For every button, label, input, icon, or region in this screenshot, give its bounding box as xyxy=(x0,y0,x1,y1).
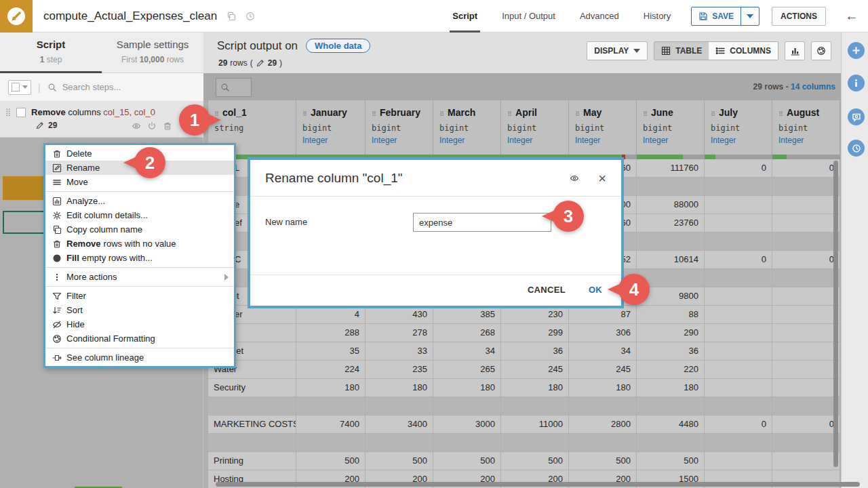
column-header-july[interactable]: ⠿JulybigintInteger xyxy=(705,100,772,155)
table-row[interactable]: Printing500500500500500500 xyxy=(208,452,840,470)
plus-icon[interactable] xyxy=(848,42,865,59)
cell-august xyxy=(772,196,840,214)
column-header-february[interactable]: ⠿FebruarybigintInteger xyxy=(366,100,433,155)
table-row[interactable]: Water224235265245245220 xyxy=(208,361,840,379)
drag-handle-icon[interactable]: ⠿ xyxy=(643,110,648,117)
cell-august xyxy=(772,306,840,324)
ok-button[interactable]: OK xyxy=(589,285,602,295)
table-header-row: ⠿col_1string⠿JanuarybigintInteger⠿Februa… xyxy=(208,100,840,155)
menu-item-hide[interactable]: Hide xyxy=(45,317,234,331)
tab-script[interactable]: Script xyxy=(452,0,477,33)
tab-input-output[interactable]: Input / Output xyxy=(502,0,555,33)
cell-june xyxy=(637,232,705,251)
tab-history[interactable]: History xyxy=(644,0,671,33)
menu-item-analyze[interactable]: Analyze... xyxy=(45,194,234,208)
column-meaning[interactable]: Integer xyxy=(778,136,834,145)
column-meaning[interactable]: Integer xyxy=(439,136,495,145)
power-icon[interactable] xyxy=(147,121,157,131)
left-tab-script[interactable]: Script1 step xyxy=(0,33,102,73)
menu-item-edit-column-details[interactable]: Edit column details... xyxy=(45,208,234,222)
drag-handle-icon[interactable]: ⠿ xyxy=(778,110,783,117)
column-header-march[interactable]: ⠿MarchbigintInteger xyxy=(433,100,501,155)
table-row[interactable]: Internet353334363436 xyxy=(208,342,840,361)
left-tab-sample-settings[interactable]: Sample settingsFirst 10,000 rows xyxy=(102,33,203,73)
table-row[interactable]: 288278268299306290 xyxy=(208,324,840,342)
table-search-box[interactable] xyxy=(216,78,252,97)
step-remove-columns[interactable]: ⣿ Remove columns col_15, col_0 29 xyxy=(0,102,203,138)
menu-item-filter[interactable]: Filter xyxy=(45,289,234,303)
menu-item-remove-rows-with-no-value[interactable]: Removerows with no value xyxy=(45,237,234,251)
menu-item-move[interactable]: Move xyxy=(45,175,234,189)
save-button[interactable]: SAVE xyxy=(692,7,741,25)
column-header-june[interactable]: ⠿JunebigintInteger xyxy=(637,100,705,155)
menu-item-conditional-formatting[interactable]: Conditional Formatting xyxy=(45,331,234,346)
actions-button[interactable]: ACTIONS xyxy=(772,7,826,26)
drag-handle-icon[interactable]: ⠿ xyxy=(372,110,376,117)
cell-august xyxy=(772,379,840,397)
copy-icon[interactable] xyxy=(226,12,236,21)
menu-item-sort[interactable]: Sort xyxy=(45,303,234,317)
table-view-button[interactable]: TABLE xyxy=(654,42,709,60)
save-label: SAVE xyxy=(712,12,734,21)
checkbox xyxy=(12,83,20,92)
cell-col-1: MARKETING COSTS xyxy=(208,415,296,434)
drag-handle-icon[interactable]: ⠿ xyxy=(575,110,580,117)
collapse-arrow-icon[interactable]: ← xyxy=(845,8,859,24)
cell-march: 268 xyxy=(433,324,501,342)
columns-view-button[interactable]: COLUMNS xyxy=(709,42,778,60)
column-meaning[interactable]: Integer xyxy=(575,136,631,145)
table-summary: 29 rows - 14 columns xyxy=(753,82,835,92)
column-meaning[interactable]: Integer xyxy=(507,136,563,145)
trash-icon[interactable] xyxy=(163,121,172,131)
horizontal-scrollbar[interactable] xyxy=(216,482,860,487)
eye-icon[interactable] xyxy=(132,121,141,131)
column-meaning[interactable]: Integer xyxy=(372,136,427,145)
table-row[interactable] xyxy=(208,397,840,415)
select-steps-checkbox[interactable] xyxy=(8,80,31,95)
menu-item-fill-empty-rows-with[interactable]: Fillempty rows with... xyxy=(45,251,234,265)
history-icon[interactable] xyxy=(848,140,865,157)
search-steps-input[interactable]: Search steps... xyxy=(62,82,121,92)
column-header-april[interactable]: ⠿AprilbigintInteger xyxy=(501,100,569,155)
menu-item-more-actions[interactable]: More actions xyxy=(45,270,234,284)
cell-june: 111760 xyxy=(637,159,705,178)
cell-february: 278 xyxy=(366,324,433,342)
tab-advanced[interactable]: Advanced xyxy=(580,0,619,33)
vertical-scrollbar[interactable] xyxy=(833,161,838,467)
eye-icon[interactable] xyxy=(570,174,579,183)
table-row[interactable]: Security180180180180180180 xyxy=(208,379,840,397)
column-meaning[interactable]: Integer xyxy=(711,136,766,145)
cell-july xyxy=(705,452,772,470)
column-meaning[interactable]: Integer xyxy=(643,136,698,145)
columns-count-link[interactable]: 14 columns xyxy=(791,82,835,92)
menu-item-see-column-lineage[interactable]: See column lineage xyxy=(45,350,234,365)
column-header-may[interactable]: ⠿MaybigintInteger xyxy=(569,100,637,155)
close-icon[interactable]: × xyxy=(598,171,606,185)
cell-march xyxy=(433,434,501,452)
drag-handle-icon[interactable]: ⠿ xyxy=(711,110,715,117)
column-header-january[interactable]: ⠿JanuarybigintInteger xyxy=(296,100,366,155)
cell-col-1: Printing xyxy=(208,452,296,470)
discussions-icon[interactable] xyxy=(848,108,865,125)
drag-handle-icon[interactable]: ⣿ xyxy=(5,108,11,117)
cancel-button[interactable]: CANCEL xyxy=(528,285,566,295)
drag-handle-icon[interactable]: ⠿ xyxy=(302,110,307,117)
column-meaning[interactable]: Integer xyxy=(302,136,359,145)
column-type: bigint xyxy=(372,123,427,133)
info-icon[interactable] xyxy=(848,75,865,92)
table-row[interactable] xyxy=(208,434,840,452)
whole-data-badge[interactable]: Whole data xyxy=(306,39,370,53)
display-dropdown[interactable]: DISPLAY xyxy=(587,41,648,60)
step-checkbox[interactable] xyxy=(16,108,26,117)
drag-handle-icon[interactable]: ⠿ xyxy=(439,110,444,117)
new-name-input[interactable] xyxy=(413,213,551,232)
save-dropdown-button[interactable] xyxy=(741,7,759,25)
table-row[interactable]: MARKETING COSTS7400340030001100028004480… xyxy=(208,415,840,434)
charts-button[interactable] xyxy=(785,41,805,60)
schedule-icon[interactable] xyxy=(245,12,255,21)
table-row[interactable]: er44303852308788 xyxy=(208,306,840,324)
column-header-august[interactable]: ⠿AugustbigintInteger xyxy=(772,100,840,155)
drag-handle-icon[interactable]: ⠿ xyxy=(507,110,512,117)
color-palette-button[interactable] xyxy=(811,41,831,60)
menu-item-copy-column-name[interactable]: Copy column name xyxy=(45,222,234,237)
